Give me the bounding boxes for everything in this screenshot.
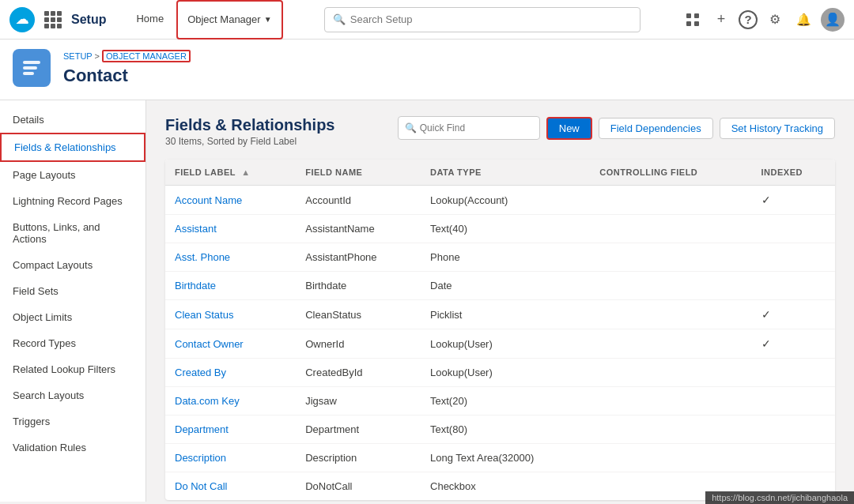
- content-title: Fields & Relationships: [165, 116, 334, 134]
- field-label-link[interactable]: Account Name: [175, 194, 242, 206]
- sidebar-item-details[interactable]: Details: [0, 107, 145, 133]
- data-type-cell: Lookup(User): [421, 359, 590, 387]
- breadcrumb-setup-link[interactable]: SETUP: [63, 51, 92, 61]
- quick-find-input[interactable]: [420, 122, 533, 134]
- new-button[interactable]: New: [546, 117, 592, 140]
- field-label-link[interactable]: Clean Status: [175, 309, 233, 321]
- field-label-link[interactable]: Do Not Call: [175, 480, 227, 492]
- nav-tab-home[interactable]: Home: [123, 0, 176, 39]
- field-label-link[interactable]: Data.com Key: [175, 395, 240, 407]
- nav-icons: + ? ⚙ 🔔 👤: [682, 8, 845, 32]
- controlling-field-cell: [590, 359, 751, 387]
- table-row: Created ByCreatedByIdLookup(User): [165, 359, 835, 387]
- field-label-link[interactable]: Created By: [175, 367, 226, 378]
- data-type-cell: Checkbox: [421, 472, 590, 501]
- svg-rect-3: [694, 21, 699, 26]
- app-launcher-icon[interactable]: [43, 9, 63, 30]
- table-row: DepartmentDepartmentText(80): [165, 416, 835, 444]
- svg-rect-2: [686, 21, 691, 26]
- data-type-cell: Text(80): [421, 416, 590, 444]
- nav-tab-object-manager[interactable]: Object Manager ▼: [176, 0, 282, 39]
- sidebar-item-related-lookup-filters[interactable]: Related Lookup Filters: [0, 356, 145, 382]
- sidebar-item-record-types[interactable]: Record Types: [0, 330, 145, 356]
- sidebar-item-lightning-record-pages[interactable]: Lightning Record Pages: [0, 188, 145, 214]
- table-row: DescriptionDescriptionLong Text Area(320…: [165, 444, 835, 472]
- set-history-tracking-button[interactable]: Set History Tracking: [720, 118, 835, 139]
- search-bar-wrapper: 🔍: [291, 7, 674, 32]
- page-header: SETUP > OBJECT MANAGER Contact: [0, 39, 854, 100]
- content-subtitle: 30 Items, Sorted by Field Label: [165, 136, 334, 147]
- table-row: Clean StatusCleanStatusPicklist✓: [165, 300, 835, 329]
- indexed-cell: [752, 243, 835, 272]
- sidebar: DetailsFields & RelationshipsPage Layout…: [0, 100, 146, 502]
- table-row: AssistantAssistantNameText(40): [165, 215, 835, 243]
- field-name-cell: CreatedById: [296, 359, 421, 387]
- col-header-field-label[interactable]: FIELD LABEL ▲: [165, 160, 296, 186]
- main-layout: DetailsFields & RelationshipsPage Layout…: [0, 100, 854, 502]
- sort-icon: ▲: [241, 167, 250, 177]
- sidebar-item-object-limits[interactable]: Object Limits: [0, 304, 145, 330]
- field-name-cell: AssistantPhone: [296, 243, 421, 272]
- data-type-cell: Lookup(Account): [421, 186, 590, 215]
- indexed-cell: [752, 215, 835, 243]
- sidebar-item-buttons-links-actions[interactable]: Buttons, Links, and Actions: [0, 214, 145, 252]
- field-label-link[interactable]: Assistant: [175, 223, 217, 235]
- sidebar-item-field-sets[interactable]: Field Sets: [0, 278, 145, 304]
- data-type-cell: Picklist: [421, 300, 590, 329]
- controlling-field-cell: [590, 444, 751, 472]
- indexed-cell: [752, 272, 835, 300]
- field-label-link[interactable]: Contact Owner: [175, 338, 244, 350]
- plus-icon[interactable]: +: [710, 9, 732, 31]
- sidebar-item-page-layouts[interactable]: Page Layouts: [0, 162, 145, 188]
- field-label-link[interactable]: Birthdate: [175, 280, 216, 291]
- bell-icon[interactable]: 🔔: [792, 9, 814, 31]
- field-dependencies-button[interactable]: Field Dependencies: [599, 118, 713, 139]
- nav-tabs: Home Object Manager ▼: [123, 0, 282, 39]
- controlling-field-cell: [590, 272, 751, 300]
- help-icon[interactable]: ?: [739, 10, 758, 29]
- indexed-cell: [752, 416, 835, 444]
- search-icon: 🔍: [333, 13, 346, 25]
- sidebar-item-search-layouts[interactable]: Search Layouts: [0, 382, 145, 408]
- sidebar-item-validation-rules[interactable]: Validation Rules: [0, 434, 145, 461]
- breadcrumb-area: SETUP > OBJECT MANAGER Contact: [63, 50, 191, 86]
- grid-nav-icon[interactable]: [682, 9, 704, 31]
- sidebar-item-fields-relationships[interactable]: Fields & Relationships: [0, 133, 145, 162]
- indexed-cell: [752, 444, 835, 472]
- controlling-field-cell: [590, 416, 751, 444]
- top-nav: ☁ Setup Home Object Manager ▼ 🔍 + ? ⚙ 🔔 …: [0, 0, 854, 39]
- breadcrumb-separator: >: [95, 51, 102, 61]
- sidebar-item-compact-layouts[interactable]: Compact Layouts: [0, 252, 145, 278]
- breadcrumb-object-manager-link[interactable]: OBJECT MANAGER: [102, 50, 191, 62]
- settings-icon[interactable]: ⚙: [764, 9, 786, 31]
- field-label-link[interactable]: Department: [175, 423, 229, 435]
- indexed-cell: [752, 359, 835, 387]
- indexed-cell: [752, 387, 835, 416]
- table-row: BirthdateBirthdateDate: [165, 272, 835, 300]
- field-label-link[interactable]: Asst. Phone: [175, 251, 230, 263]
- field-name-cell: Description: [296, 444, 421, 472]
- data-type-cell: Long Text Area(32000): [421, 444, 590, 472]
- table-row: Data.com KeyJigsawText(20): [165, 387, 835, 416]
- data-type-cell: Lookup(User): [421, 329, 590, 359]
- page-title: Contact: [63, 66, 191, 86]
- indexed-cell: ✓: [752, 300, 835, 329]
- data-type-cell: Phone: [421, 243, 590, 272]
- fields-table: FIELD LABEL ▲ FIELD NAME DATA TYPE CONTR…: [165, 160, 835, 500]
- avatar[interactable]: 👤: [821, 8, 845, 32]
- field-name-cell: AssistantName: [296, 215, 421, 243]
- col-header-field-name: FIELD NAME: [296, 160, 421, 186]
- search-bar: 🔍: [324, 7, 640, 32]
- controlling-field-cell: [590, 300, 751, 329]
- indexed-cell: ✓: [752, 186, 835, 215]
- controlling-field-cell: [590, 387, 751, 416]
- col-header-indexed: INDEXED: [752, 160, 835, 186]
- table-row: Contact OwnerOwnerIdLookup(User)✓: [165, 329, 835, 359]
- search-input[interactable]: [350, 13, 632, 25]
- controlling-field-cell: [590, 215, 751, 243]
- table-row: Asst. PhoneAssistantPhonePhone: [165, 243, 835, 272]
- app-name: Setup: [71, 13, 106, 27]
- controlling-field-cell: [590, 243, 751, 272]
- field-label-link[interactable]: Description: [175, 452, 226, 464]
- sidebar-item-triggers[interactable]: Triggers: [0, 408, 145, 434]
